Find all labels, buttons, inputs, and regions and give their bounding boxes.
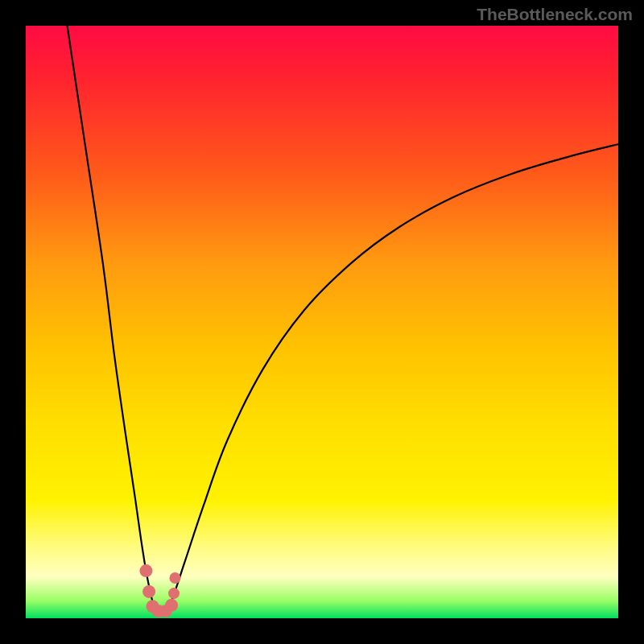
curve-left-branch [68,26,156,609]
marker-opt-R-top [169,572,180,584]
marker-opt-L-top [139,564,152,577]
curve-right-branch [168,144,618,609]
marker-opt-L-mid [142,585,155,598]
marker-opt-R-mid [168,588,180,599]
chart-plot-area [26,26,618,618]
watermark-text: TheBottleneck.com [477,5,633,24]
chart-svg [26,26,618,618]
chart-frame: TheBottleneck.com [0,0,644,644]
marker-opt-R-bot [165,599,178,612]
